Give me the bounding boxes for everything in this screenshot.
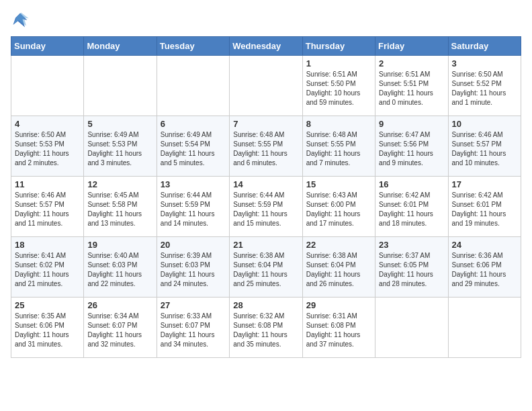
calendar-cell: 22Sunrise: 6:38 AMSunset: 6:04 PMDayligh… bbox=[302, 237, 375, 298]
calendar-week-row: 11Sunrise: 6:46 AMSunset: 5:57 PMDayligh… bbox=[11, 177, 521, 237]
calendar-cell bbox=[230, 56, 302, 116]
day-info: Sunrise: 6:50 AMSunset: 5:52 PMDaylight:… bbox=[452, 70, 517, 107]
calendar-cell: 13Sunrise: 6:44 AMSunset: 5:59 PMDayligh… bbox=[157, 177, 229, 237]
day-number: 14 bbox=[233, 179, 298, 189]
calendar-cell: 2Sunrise: 6:51 AMSunset: 5:51 PMDaylight… bbox=[375, 56, 448, 116]
calendar-cell: 28Sunrise: 6:32 AMSunset: 6:08 PMDayligh… bbox=[230, 298, 302, 358]
calendar-table: SundayMondayTuesdayWednesdayThursdayFrid… bbox=[11, 36, 521, 358]
day-info: Sunrise: 6:36 AMSunset: 6:06 PMDaylight:… bbox=[452, 251, 517, 289]
day-number: 25 bbox=[15, 300, 80, 310]
day-info: Sunrise: 6:49 AMSunset: 5:53 PMDaylight:… bbox=[87, 130, 152, 168]
day-info: Sunrise: 6:35 AMSunset: 6:06 PMDaylight:… bbox=[15, 312, 80, 349]
day-info: Sunrise: 6:48 AMSunset: 5:55 PMDaylight:… bbox=[306, 130, 371, 168]
header bbox=[11, 11, 521, 30]
day-info: Sunrise: 6:42 AMSunset: 6:01 PMDaylight:… bbox=[452, 191, 517, 228]
day-number: 4 bbox=[15, 119, 80, 129]
day-info: Sunrise: 6:42 AMSunset: 6:01 PMDaylight:… bbox=[379, 191, 444, 228]
day-info: Sunrise: 6:51 AMSunset: 5:50 PMDaylight:… bbox=[306, 70, 371, 107]
day-info: Sunrise: 6:49 AMSunset: 5:54 PMDaylight:… bbox=[161, 130, 226, 168]
calendar-cell: 4Sunrise: 6:50 AMSunset: 5:53 PMDaylight… bbox=[11, 116, 84, 177]
calendar-cell: 7Sunrise: 6:48 AMSunset: 5:55 PMDaylight… bbox=[230, 116, 302, 177]
day-number: 7 bbox=[233, 119, 298, 129]
day-number: 24 bbox=[452, 240, 517, 250]
day-number: 11 bbox=[15, 179, 80, 189]
day-number: 3 bbox=[452, 58, 517, 68]
calendar-cell bbox=[11, 56, 84, 116]
calendar-cell bbox=[84, 56, 157, 116]
day-number: 15 bbox=[306, 179, 371, 189]
calendar-header-row: SundayMondayTuesdayWednesdayThursdayFrid… bbox=[11, 37, 521, 56]
day-number: 19 bbox=[87, 240, 152, 250]
day-number: 18 bbox=[15, 240, 80, 250]
day-info: Sunrise: 6:46 AMSunset: 5:57 PMDaylight:… bbox=[452, 130, 517, 168]
calendar-week-row: 4Sunrise: 6:50 AMSunset: 5:53 PMDaylight… bbox=[11, 116, 521, 177]
day-number: 28 bbox=[233, 300, 298, 310]
calendar-cell: 23Sunrise: 6:37 AMSunset: 6:05 PMDayligh… bbox=[375, 237, 448, 298]
calendar-cell: 6Sunrise: 6:49 AMSunset: 5:54 PMDaylight… bbox=[157, 116, 229, 177]
day-number: 6 bbox=[161, 119, 226, 129]
calendar-cell: 3Sunrise: 6:50 AMSunset: 5:52 PMDaylight… bbox=[448, 56, 521, 116]
calendar-header-sunday: Sunday bbox=[11, 37, 84, 56]
day-number: 2 bbox=[379, 58, 444, 68]
day-number: 16 bbox=[379, 179, 444, 189]
day-info: Sunrise: 6:44 AMSunset: 5:59 PMDaylight:… bbox=[161, 191, 226, 228]
calendar-week-row: 25Sunrise: 6:35 AMSunset: 6:06 PMDayligh… bbox=[11, 298, 521, 358]
day-number: 27 bbox=[161, 300, 226, 310]
day-info: Sunrise: 6:34 AMSunset: 6:07 PMDaylight:… bbox=[87, 312, 152, 349]
day-number: 23 bbox=[379, 240, 444, 250]
calendar-cell bbox=[448, 298, 521, 358]
calendar-header-saturday: Saturday bbox=[448, 37, 521, 56]
day-number: 9 bbox=[379, 119, 444, 129]
calendar-cell: 24Sunrise: 6:36 AMSunset: 6:06 PMDayligh… bbox=[448, 237, 521, 298]
calendar-cell: 12Sunrise: 6:45 AMSunset: 5:58 PMDayligh… bbox=[84, 177, 157, 237]
calendar-week-row: 1Sunrise: 6:51 AMSunset: 5:50 PMDaylight… bbox=[11, 56, 521, 116]
calendar-cell: 15Sunrise: 6:43 AMSunset: 6:00 PMDayligh… bbox=[302, 177, 375, 237]
calendar-cell: 25Sunrise: 6:35 AMSunset: 6:06 PMDayligh… bbox=[11, 298, 84, 358]
calendar-header-thursday: Thursday bbox=[302, 37, 375, 56]
day-number: 20 bbox=[161, 240, 226, 250]
calendar-cell: 11Sunrise: 6:46 AMSunset: 5:57 PMDayligh… bbox=[11, 177, 84, 237]
logo-bird-icon bbox=[11, 11, 30, 30]
day-number: 8 bbox=[306, 119, 371, 129]
calendar-cell: 14Sunrise: 6:44 AMSunset: 5:59 PMDayligh… bbox=[230, 177, 302, 237]
calendar-cell: 9Sunrise: 6:47 AMSunset: 5:56 PMDaylight… bbox=[375, 116, 448, 177]
calendar-header-friday: Friday bbox=[375, 37, 448, 56]
day-number: 29 bbox=[306, 300, 371, 310]
day-info: Sunrise: 6:50 AMSunset: 5:53 PMDaylight:… bbox=[15, 130, 80, 168]
calendar-cell: 1Sunrise: 6:51 AMSunset: 5:50 PMDaylight… bbox=[302, 56, 375, 116]
day-info: Sunrise: 6:38 AMSunset: 6:04 PMDaylight:… bbox=[233, 251, 298, 289]
day-info: Sunrise: 6:33 AMSunset: 6:07 PMDaylight:… bbox=[161, 312, 226, 349]
day-number: 10 bbox=[452, 119, 517, 129]
day-number: 13 bbox=[161, 179, 226, 189]
calendar-header-monday: Monday bbox=[84, 37, 157, 56]
calendar-cell bbox=[375, 298, 448, 358]
day-info: Sunrise: 6:51 AMSunset: 5:51 PMDaylight:… bbox=[379, 70, 444, 107]
day-number: 12 bbox=[87, 179, 152, 189]
day-info: Sunrise: 6:37 AMSunset: 6:05 PMDaylight:… bbox=[379, 251, 444, 289]
calendar-cell: 5Sunrise: 6:49 AMSunset: 5:53 PMDaylight… bbox=[84, 116, 157, 177]
day-number: 22 bbox=[306, 240, 371, 250]
calendar-cell: 21Sunrise: 6:38 AMSunset: 6:04 PMDayligh… bbox=[230, 237, 302, 298]
day-info: Sunrise: 6:39 AMSunset: 6:03 PMDaylight:… bbox=[161, 251, 226, 289]
day-number: 1 bbox=[306, 58, 371, 68]
day-info: Sunrise: 6:31 AMSunset: 6:08 PMDaylight:… bbox=[306, 312, 371, 349]
calendar-cell: 8Sunrise: 6:48 AMSunset: 5:55 PMDaylight… bbox=[302, 116, 375, 177]
day-info: Sunrise: 6:43 AMSunset: 6:00 PMDaylight:… bbox=[306, 191, 371, 228]
day-info: Sunrise: 6:48 AMSunset: 5:55 PMDaylight:… bbox=[233, 130, 298, 168]
day-number: 21 bbox=[233, 240, 298, 250]
calendar-cell bbox=[157, 56, 229, 116]
day-info: Sunrise: 6:44 AMSunset: 5:59 PMDaylight:… bbox=[233, 191, 298, 228]
calendar-cell: 10Sunrise: 6:46 AMSunset: 5:57 PMDayligh… bbox=[448, 116, 521, 177]
day-info: Sunrise: 6:41 AMSunset: 6:02 PMDaylight:… bbox=[15, 251, 80, 289]
day-info: Sunrise: 6:40 AMSunset: 6:03 PMDaylight:… bbox=[87, 251, 152, 289]
calendar-cell: 29Sunrise: 6:31 AMSunset: 6:08 PMDayligh… bbox=[302, 298, 375, 358]
day-number: 26 bbox=[87, 300, 152, 310]
day-info: Sunrise: 6:45 AMSunset: 5:58 PMDaylight:… bbox=[87, 191, 152, 228]
day-info: Sunrise: 6:38 AMSunset: 6:04 PMDaylight:… bbox=[306, 251, 371, 289]
day-number: 5 bbox=[87, 119, 152, 129]
day-number: 17 bbox=[452, 179, 517, 189]
calendar-cell: 16Sunrise: 6:42 AMSunset: 6:01 PMDayligh… bbox=[375, 177, 448, 237]
day-info: Sunrise: 6:47 AMSunset: 5:56 PMDaylight:… bbox=[379, 130, 444, 168]
calendar-cell: 20Sunrise: 6:39 AMSunset: 6:03 PMDayligh… bbox=[157, 237, 229, 298]
calendar-header-tuesday: Tuesday bbox=[157, 37, 229, 56]
